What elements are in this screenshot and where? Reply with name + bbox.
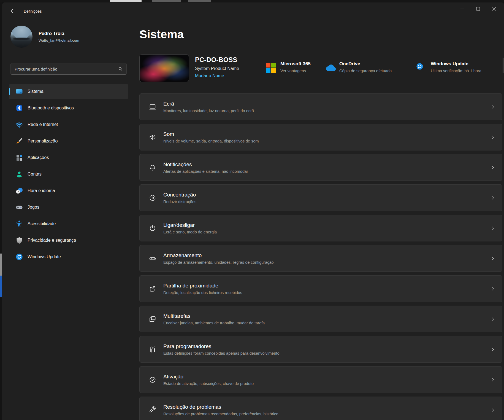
display-icon — [148, 103, 157, 111]
screen: Definições Pedro Troia Watto_fan@hotmail… — [0, 0, 504, 420]
background-window-fragment — [0, 254, 2, 276]
accessibility-icon — [15, 220, 23, 228]
sidebar-item-contas[interactable]: Contas — [9, 167, 128, 182]
chevron-right-icon — [490, 225, 495, 231]
bell-icon — [148, 163, 157, 172]
setting-title: Armazenamento — [163, 252, 274, 259]
setting-subtitle: Ecrã e sono, modo de energia — [163, 230, 217, 234]
sidebar-item-windows-update[interactable]: Windows Update — [9, 249, 128, 264]
profile-name: Pedro Troia — [39, 31, 79, 36]
selected-indicator — [9, 88, 10, 95]
maximize-button[interactable] — [470, 4, 486, 14]
back-button[interactable] — [7, 6, 18, 16]
setting-subtitle: Estas definições foram concebidas apenas… — [163, 351, 280, 356]
setting-title: Para programadores — [163, 343, 280, 349]
quick-card-subtitle: Última verificação: há 1 hora — [431, 69, 481, 73]
quick-card-text: Windows UpdateÚltima verificação: há 1 h… — [431, 61, 481, 73]
sidebar-item-label: Hora e idioma — [28, 188, 55, 193]
time-icon — [15, 187, 23, 195]
wrench-icon — [148, 406, 157, 414]
sidebar-item-hora-idioma[interactable]: Hora e idioma — [9, 183, 128, 198]
setting-text: Partilha de proximidadeDeteção, localiza… — [163, 283, 242, 295]
setting-title: Partilha de proximidade — [163, 283, 242, 289]
sidebar-item-label: Bluetooth e dispositivos — [28, 106, 74, 111]
setting-row-resolucao[interactable]: Resolução de problemasResoluções de prob… — [139, 397, 502, 420]
setting-title: Multitarefas — [163, 313, 265, 319]
chevron-right-icon — [490, 165, 495, 170]
sidebar-item-aplicacoes[interactable]: Aplicações — [9, 150, 128, 165]
setting-row-multitarefas[interactable]: MultitarefasEncaixar janelas, ambientes … — [139, 306, 502, 332]
onedrive-icon — [324, 64, 337, 74]
setting-title: Som — [163, 131, 259, 137]
sidebar-item-rede[interactable]: Rede e Internet — [9, 117, 128, 132]
device-info: PC-DO-BOSS System Product Name Mudar o N… — [195, 54, 239, 78]
setting-row-partilha[interactable]: Partilha de proximidadeDeteção, localiza… — [139, 275, 502, 302]
apps-icon — [15, 154, 23, 161]
sidebar-item-privacidade[interactable]: Privacidade e segurança — [9, 233, 128, 248]
setting-subtitle: Monitores, luminosidade, luz noturna, pe… — [163, 109, 254, 113]
search-icon — [118, 66, 123, 72]
chevron-right-icon — [490, 286, 495, 291]
setting-text: SomNíveis de volume, saída, entrada, dis… — [163, 131, 259, 143]
device-thumbnail — [139, 54, 189, 82]
close-button[interactable] — [486, 4, 502, 14]
chevron-right-icon — [490, 195, 495, 200]
settings-window: Definições Pedro Troia Watto_fan@hotmail… — [2, 2, 504, 420]
sidebar-item-sistema[interactable]: Sistema — [9, 84, 128, 99]
scrollbar-thumb[interactable] — [503, 58, 503, 73]
background-window-tab — [110, 0, 142, 2]
quick-card-title: Windows Update — [431, 61, 481, 67]
maximize-icon — [476, 7, 480, 11]
setting-text: ConcentraçãoReduzir distrações — [163, 192, 196, 204]
window-controls — [454, 4, 502, 14]
share-icon — [148, 285, 157, 293]
personalize-icon — [15, 137, 23, 145]
setting-text: Para programadoresEstas definições foram… — [163, 343, 280, 356]
setting-row-programadores[interactable]: Para programadoresEstas definições foram… — [139, 336, 502, 363]
setting-title: Ecrã — [163, 101, 254, 107]
update-icon — [15, 253, 23, 261]
avatar — [10, 26, 32, 48]
sidebar-item-bluetooth[interactable]: Bluetooth e dispositivos — [9, 101, 128, 115]
minimize-button[interactable] — [454, 4, 470, 14]
device-header: PC-DO-BOSS System Product Name Mudar o N… — [139, 54, 503, 82]
setting-row-som[interactable]: SomNíveis de volume, saída, entrada, dis… — [139, 124, 502, 150]
sidebar-item-acessibilidade[interactable]: Acessibilidade — [9, 216, 128, 231]
setting-subtitle: Resoluções de problemas recomendadas, pr… — [163, 412, 278, 416]
setting-row-ligar-desligar[interactable]: Ligar/desligarEcrã e sono, modo de energ… — [139, 215, 502, 241]
quick-card-subtitle: Ver vantagens — [280, 69, 311, 73]
sidebar-item-label: Sistema — [28, 89, 44, 94]
setting-row-notificacoes[interactable]: NotificaçõesAlertas de aplicações e sist… — [139, 154, 502, 181]
search-input[interactable] — [11, 67, 118, 71]
setting-subtitle: Níveis de volume, saída, entrada, dispos… — [163, 139, 259, 143]
developer-icon — [148, 345, 157, 354]
setting-text: Ligar/desligarEcrã e sono, modo de energ… — [163, 222, 217, 234]
multitask-icon — [148, 315, 157, 323]
network-icon — [15, 121, 23, 128]
rename-device-link[interactable]: Mudar o Nome — [195, 73, 239, 78]
quick-card-title: Microsoft 365 — [280, 61, 311, 67]
setting-row-concentracao[interactable]: ConcentraçãoReduzir distrações — [139, 184, 502, 211]
setting-text: Resolução de problemasResoluções de prob… — [163, 404, 278, 416]
search-box — [10, 63, 127, 75]
sidebar-item-label: Jogos — [28, 205, 39, 210]
chevron-right-icon — [490, 407, 495, 413]
activation-icon — [148, 376, 157, 384]
setting-row-ativacao[interactable]: AtivaçãoEstado de ativação, subscrições,… — [139, 366, 502, 393]
setting-text: NotificaçõesAlertas de aplicações e sist… — [163, 161, 248, 174]
account-profile[interactable]: Pedro Troia Watto_fan@hotmail.com — [10, 26, 79, 48]
mslogo-icon — [265, 63, 276, 74]
sidebar-item-jogos[interactable]: Jogos — [9, 200, 128, 215]
close-icon — [492, 7, 496, 11]
chevron-right-icon — [490, 377, 495, 382]
sidebar-item-personalizacao[interactable]: Personalização — [9, 134, 128, 149]
profile-email: Watto_fan@hotmail.com — [39, 38, 79, 42]
setting-subtitle: Reduzir distrações — [163, 200, 196, 204]
setting-subtitle: Encaixar janelas, ambientes de trabalho,… — [163, 321, 265, 325]
bluetooth-icon — [15, 104, 23, 112]
profile-text: Pedro Troia Watto_fan@hotmail.com — [39, 31, 79, 42]
setting-row-ecra[interactable]: EcrãMonitores, luminosidade, luz noturna… — [139, 93, 502, 120]
setting-title: Concentração — [163, 192, 196, 198]
setting-row-armazenamento[interactable]: ArmazenamentoEspaço de armazenamento, un… — [139, 245, 502, 272]
sidebar-item-label: Personalização — [28, 139, 58, 144]
